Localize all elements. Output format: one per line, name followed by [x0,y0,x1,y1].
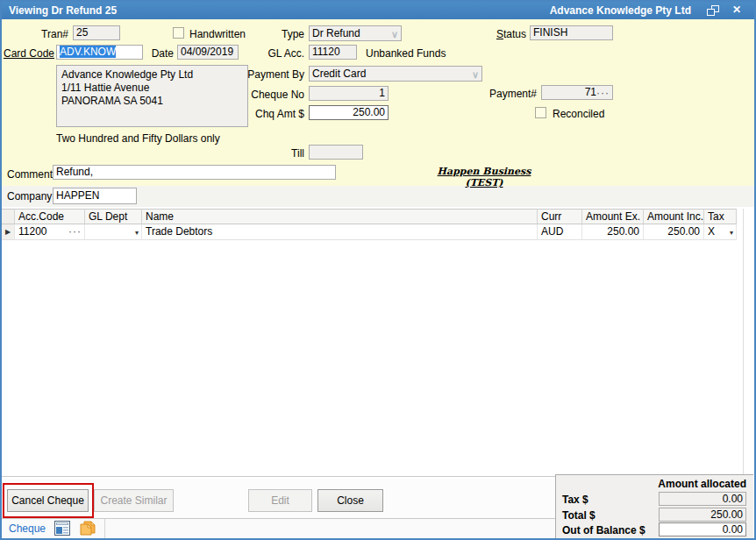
cell-curr[interactable]: AUD [538,224,582,240]
cheque-no-field[interactable]: 1 [309,86,389,101]
chevron-down-icon: ∨ [472,68,479,82]
comment-label: Comment [7,168,53,181]
till-field[interactable] [309,145,363,160]
cell-acc-code[interactable]: 11200 ··· [15,224,85,240]
type-dropdown[interactable]: Dr Refund ∨ [309,25,402,41]
close-button[interactable]: Close [317,489,383,512]
amount-allocated-title: Amount allocated [658,478,746,490]
grid-header-gl-dept[interactable]: GL Dept [85,209,142,224]
copy-documents-icon[interactable] [75,521,98,537]
status-field[interactable]: FINISH [530,25,613,40]
gl-acc-description: Unbanked Funds [366,47,446,60]
gl-acc-label: GL Acc. [263,47,304,60]
address-line: PANORAMA SA 5041 [61,95,243,108]
tabbar: Cheque [2,518,555,538]
close-icon[interactable]: ✕ [730,4,744,18]
selected-text: ADV.KNOW [60,46,116,58]
status-label: Status [474,28,526,41]
cell-name[interactable]: Trade Debtors [142,224,538,240]
grid-right-edge [743,209,744,479]
window-title: Viewing Dr Refund 25 [9,4,117,17]
create-similar-button[interactable]: Create Similar [94,489,174,512]
grid-background [2,207,754,479]
total-label: Total $ [562,509,596,522]
cell-tax[interactable]: X ▾ [704,224,737,240]
address-line: 1/11 Hattie Avenue [61,82,243,95]
cheque-no-label: Cheque No [237,89,304,102]
tran-label: Tran# [16,28,68,41]
tabbar-divider [104,519,105,539]
grid-header-amount-ex[interactable]: Amount Ex. [582,209,644,224]
grid-header-tax[interactable]: Tax [704,209,737,224]
payment-by-dropdown[interactable]: Credit Card ∨ [309,66,482,82]
viewing-dr-refund-window: Viewing Dr Refund 25 Advance Knowledge P… [0,0,756,540]
titlebar[interactable]: Viewing Dr Refund 25 Advance Knowledge P… [2,2,754,19]
payment-no-label: Payment# [478,88,537,101]
company-field[interactable]: HAPPEN [53,188,137,204]
amount-allocated-panel: Amount allocated Tax $ 0.00 Total $ 250.… [555,474,753,538]
address-line: Advance Knowledge Pty Ltd [61,68,243,82]
amount-in-words: Two Hundred and Fifty Dollars only [56,132,220,146]
tran-field[interactable]: 25 [73,25,120,40]
payment-lookup-ellipsis-icon[interactable]: ··· [596,87,610,100]
card-code-label[interactable]: Card Code [4,47,53,60]
cancel-cheque-button[interactable]: Cancel Cheque [7,489,89,512]
company-label: Company [7,190,52,203]
chq-amt-label: Chq Amt $ [237,108,304,121]
date-field[interactable]: 04/09/2019 [177,45,239,60]
card-address-box[interactable]: Advance Knowledge Pty Ltd 1/11 Hattie Av… [56,65,248,127]
grid-header-selector [2,209,15,224]
tab-cheque[interactable]: Cheque [9,522,46,535]
cell-amount-inc[interactable]: 250.00 [644,224,704,240]
footer-separator [2,476,555,477]
cell-amount-ex[interactable]: 250.00 [582,224,644,240]
payment-by-label: Payment By [237,68,304,82]
tax-total-field: 0.00 [659,492,746,506]
edit-button[interactable]: Edit [248,489,312,512]
handwritten-checkbox[interactable] [173,27,184,39]
restore-icon[interactable] [707,5,719,16]
out-of-balance-label: Out of Balance $ [562,524,645,536]
chevron-down-icon: ∨ [391,27,398,41]
total-field: 250.00 [659,508,746,522]
handwritten-label: Handwritten [189,28,246,41]
cell-gl-dept[interactable]: ▾ [85,224,142,240]
grid-header-acc-code[interactable]: Acc.Code [15,209,85,224]
chq-amt-field[interactable]: 250.00 [309,105,389,120]
gl-dept-dropdown-icon[interactable]: ▾ [135,225,139,240]
acc-code-lookup-ellipsis-icon[interactable]: ··· [68,224,82,239]
gl-acc-field[interactable]: 11120 [309,45,357,60]
out-of-balance-field: 0.00 [659,522,746,536]
till-label: Till [272,147,304,160]
reconciled-checkbox[interactable] [535,107,546,118]
type-label: Type [263,28,304,41]
card-code-field[interactable]: ADV.KNOW [56,45,143,60]
grid-header-amount-inc[interactable]: Amount Inc. [644,209,704,224]
report-icon[interactable] [51,521,74,537]
payment-no-field[interactable]: 71 ··· [541,85,613,100]
row-selector-icon[interactable]: ▶ [2,224,15,240]
happen-business-link[interactable]: Happen Business (TEST) [427,166,541,188]
tax-dropdown-icon[interactable]: ▾ [730,225,733,240]
reconciled-label: Reconciled [553,108,604,121]
tax-total-label: Tax $ [562,494,588,506]
date-label: Date [147,47,174,60]
grid-header-curr[interactable]: Curr [538,209,582,224]
comment-field[interactable]: Refund, [53,165,336,180]
grid-header-name[interactable]: Name [142,209,538,224]
titlebar-company-name: Advance Knowledge Pty Ltd [550,4,691,17]
